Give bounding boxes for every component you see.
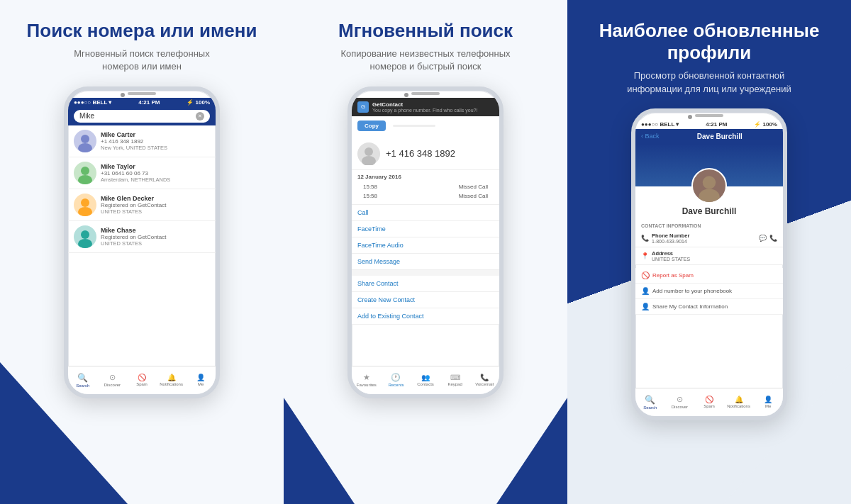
message-button[interactable]: 💬 [759, 235, 767, 242]
tab-search[interactable]: 🔍 Search [635, 395, 665, 410]
tab-discover[interactable]: ⊙ Discover [98, 373, 128, 387]
spacer [352, 270, 499, 276]
back-button[interactable]: ‹ Back [641, 133, 660, 140]
contact-registered: Registered on GetContact [101, 202, 210, 208]
me-icon: 👤 [196, 374, 205, 381]
profile-name-title: Dave Burchill [662, 133, 777, 140]
call-button[interactable]: 📞 [769, 235, 777, 242]
address-value: UNITED STATES [652, 257, 777, 262]
contact-name: Mike Glen Decker [101, 195, 210, 202]
call-time: 15:58 [363, 193, 377, 199]
svg-point-8 [365, 147, 373, 156]
svg-point-6 [81, 230, 89, 239]
search-icon: 🔍 [645, 395, 655, 405]
report-spam-button[interactable]: 🚫 Report as Spam [635, 268, 783, 284]
svg-point-2 [81, 167, 89, 175]
battery: ⚡ 100% [754, 121, 777, 128]
tab-bar: ★ Favourites 🕐 Recents 👥 Contacts ⌨ Keyp… [352, 366, 499, 394]
action-facetime[interactable]: FaceTime [352, 221, 499, 237]
avatar [74, 194, 96, 216]
tab-favourites[interactable]: ★ Favourites [352, 373, 382, 387]
phone-info: Phone Number 1-800-433-9014 [652, 233, 756, 244]
svg-point-11 [699, 189, 719, 203]
tab-notifications[interactable]: 🔔 Notifications [724, 396, 754, 408]
discover-icon: ⊙ [109, 373, 116, 382]
profile-header: ‹ Back Dave Burchill [635, 129, 783, 144]
contact-name: Mike Chase [101, 227, 210, 234]
action-call[interactable]: Call [352, 205, 499, 221]
copy-banner: Copy [352, 116, 499, 135]
add-phonebook-button[interactable]: 👤 Add number to your phonebook [635, 284, 783, 299]
phone-camera [404, 93, 408, 97]
time: 4:21 PM [138, 99, 160, 106]
action-add-existing[interactable]: Add to Existing Contact [352, 308, 499, 325]
action-create-contact[interactable]: Create New Contact [352, 292, 499, 308]
spam-icon: 🚫 [138, 374, 146, 381]
profile-avatar [691, 168, 727, 203]
contact-phone: +31 0641 60 06 73 [101, 170, 210, 177]
tab-label: Notifications [160, 382, 183, 386]
tab-label: Spam [703, 404, 715, 408]
tab-me[interactable]: 👤 Me [753, 396, 783, 408]
phone-info-row: 📞 Phone Number 1-800-433-9014 💬 📞 [635, 230, 783, 247]
copy-button[interactable]: Copy [357, 121, 386, 131]
copy-btn-label[interactable]: Copy [357, 121, 386, 131]
left-phone: ●●●○○ BELL ▾ 4:21 PM ⚡ 100% Mike ✕ Mike … [64, 86, 220, 398]
profile-cover [635, 144, 783, 186]
svg-point-10 [703, 176, 716, 189]
tab-bar: 🔍 Search ⊙ Discover 🚫 Spam 🔔 Notificatio… [68, 366, 216, 394]
address-info-row: 📍 Address UNITED STATES [635, 247, 783, 265]
right-panel: Наиболее обновленные профили Просмотр об… [567, 0, 851, 504]
search-bar[interactable]: Mike ✕ [68, 107, 216, 125]
tab-recents[interactable]: 🕐 Recents [382, 373, 411, 387]
tab-search[interactable]: 🔍 Search [68, 373, 98, 388]
status-bar: ●●●○○ BELL ▾ 4:21 PM ⚡ 100% [635, 120, 783, 129]
voicemail-icon: 📞 [480, 374, 489, 381]
tab-keypad[interactable]: ⌨ Keypad [440, 374, 470, 386]
report-spam-label: Report as Spam [652, 272, 694, 279]
center-panel-subtitle: Копирование неизвестных телефонныхномеро… [340, 47, 510, 73]
tab-bar: 🔍 Search ⊙ Discover 🚫 Spam 🔔 Notificatio… [635, 388, 783, 416]
contact-info: Mike Glen Decker Registered on GetContac… [101, 195, 210, 215]
contact-item[interactable]: Mike Taylor +31 0641 60 06 73 Amsterdam,… [68, 157, 216, 189]
spam-icon: 🚫 [641, 271, 650, 279]
search-input[interactable]: Mike ✕ [74, 110, 210, 123]
action-facetime-audio[interactable]: FaceTime Audio [352, 237, 499, 254]
right-panel-title: Наиболее обновленные профили [582, 20, 837, 64]
contact-item[interactable]: Mike Carter +1 416 348 1892 New York, UN… [68, 125, 216, 157]
tab-discover[interactable]: ⊙ Discover [665, 395, 695, 409]
share-contact-button[interactable]: 👤 Share My Contact Information [635, 299, 783, 315]
contacts-icon: 👥 [421, 374, 430, 381]
contact-item[interactable]: Mike Glen Decker Registered on GetContac… [68, 189, 216, 221]
progress-bar [393, 125, 435, 127]
tab-label: Me [198, 382, 204, 386]
action-send-message[interactable]: Send Message [352, 254, 499, 270]
tab-voicemail[interactable]: 📞 Voicemail [469, 374, 499, 386]
clear-icon[interactable]: ✕ [196, 112, 204, 121]
more-action-list: Share Contact Create New Contact Add to … [352, 276, 499, 325]
action-share-contact[interactable]: Share Contact [352, 276, 499, 292]
svg-point-0 [81, 135, 89, 143]
call-type: Missed Call [459, 184, 488, 190]
tab-spam[interactable]: 🚫 Spam [127, 374, 157, 386]
decorative-corner-left [284, 398, 355, 504]
me-icon: 👤 [764, 396, 772, 403]
right-panel-subtitle: Просмотр обновленной контактнойинформаци… [627, 69, 791, 95]
svg-point-5 [78, 207, 92, 216]
carrier: ●●●○○ BELL ▾ [74, 99, 111, 106]
tab-me[interactable]: 👤 Me [186, 374, 216, 386]
tab-notifications[interactable]: 🔔 Notifications [157, 374, 187, 386]
avatar [74, 130, 96, 152]
discover-icon: ⊙ [677, 395, 683, 404]
phone-icon: 📞 [641, 235, 649, 242]
phone-actions: 💬 📞 [759, 235, 777, 242]
contact-item[interactable]: Mike Chase Registered on GetContact UNIT… [68, 221, 216, 253]
getcontact-text: GetContact You copy a phone number. Find… [372, 101, 477, 113]
tab-label: Me [765, 404, 771, 408]
favourites-icon: ★ [363, 373, 370, 382]
getcontact-icon: G [357, 101, 369, 113]
contact-info: Mike Taylor +31 0641 60 06 73 Amsterdam,… [101, 163, 210, 183]
tab-spam[interactable]: 🚫 Spam [694, 396, 724, 408]
tab-contacts[interactable]: 👥 Contacts [411, 374, 440, 386]
tab-label: Keypad [447, 382, 462, 386]
